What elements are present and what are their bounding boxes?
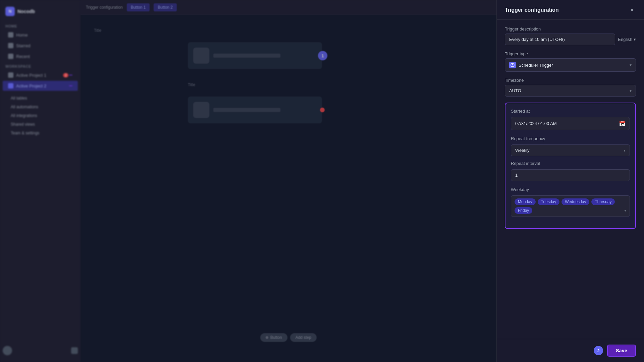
project1-badge: 2 [63,73,68,77]
sidebar-item-recent[interactable]: Recent [3,51,78,61]
canvas-card-1: 1 [188,42,322,69]
close-button[interactable]: × [628,6,636,14]
trigger-description-group: Trigger description Every day at 10 am (… [505,26,636,45]
panel-footer: 2 Save [497,339,644,362]
card1-text [213,54,280,58]
weekday-chevron-icon: ▾ [624,208,626,213]
star-icon [8,43,13,48]
panel-header: Trigger configuration × [497,0,644,20]
topbar-btn1[interactable]: Button 1 [127,3,150,11]
step-badge: 2 [594,346,603,355]
trigger-type-chevron-icon: ▾ [630,63,632,67]
sidebar-item-home[interactable]: Home [3,30,78,40]
language-select[interactable]: English ▾ [618,37,636,42]
sidebar-item-integrations[interactable]: All integrations [0,111,80,120]
timezone-label: Timezone [505,78,636,83]
card2-icon [193,102,209,118]
timezone-select[interactable]: AUTO ▾ [505,85,636,97]
node1-badge: 1 [318,51,327,60]
scheduler-icon [509,62,516,68]
node2-label: Title [188,82,483,87]
canvas-btn2-label: Add step [296,335,311,340]
trigger-type-value: Scheduler Trigger [519,63,553,68]
timezone-value: AUTO [509,88,521,93]
trigger-description-label: Trigger description [505,26,636,32]
language-chevron-icon: ▾ [634,37,636,42]
sidebar: N Nocodb HOME Home Starred Recent WORKSP… [0,0,80,362]
node1-label: Title [94,28,483,33]
repeat-interval-label: Repeat interval [511,161,630,166]
trigger-description-input[interactable]: Every day at 10 am (UTC+8) [505,34,615,45]
sidebar-item-all-tables[interactable]: All tables [0,94,80,103]
trigger-description-value: Every day at 10 am (UTC+8) [509,37,565,42]
panel-body: Trigger description Every day at 10 am (… [497,20,644,339]
weekday-tag-monday: Monday [515,198,536,205]
trigger-type-group: Trigger type Scheduler Trigger ▾ [505,51,636,72]
app-name: Nocodb [17,9,35,14]
sidebar-header: N Nocodb [0,4,80,19]
project1-icon [8,72,13,78]
sidebar-item-shared-views[interactable]: Shared views [0,120,80,129]
save-button[interactable]: Save [607,345,636,357]
canvas-area: Title 1 Title [80,15,496,137]
sidebar-section-workspace: WORKSPACE [0,62,80,70]
clock-icon [8,54,13,59]
sidebar-item-project2[interactable]: Active Project 2 [3,81,78,91]
trigger-type-inner: Scheduler Trigger [509,62,553,68]
started-at-label: Started at [511,109,630,114]
node2-dot [320,108,325,112]
card1-icon [193,48,209,64]
sidebar-nav-group: All tables All automations All integrati… [0,94,80,137]
timezone-chevron-icon: ▾ [630,88,632,93]
weekday-group: Weekday Monday Tuesday Wednesday Thursda… [511,187,630,217]
panel-title: Trigger configuration [505,7,559,13]
sidebar-item-starred[interactable]: Starred [3,41,78,51]
btn1-dot [266,336,268,339]
canvas-btn2[interactable]: Add step [290,333,317,342]
started-at-input[interactable]: 07/31/2024 01:00 AM 📅 [511,117,630,130]
canvas-bottom-bar: Button Add step [260,333,317,342]
weekday-select[interactable]: Monday Tuesday Wednesday Thursday Friday… [511,195,630,217]
main-content: Trigger configuration Button 1 Button 2 … [80,0,496,362]
right-panel: Trigger configuration × Trigger descript… [496,0,644,362]
calendar-icon: 📅 [619,120,626,127]
weekday-tag-tuesday: Tuesday [538,198,560,205]
topbar-btn2[interactable]: Button 2 [154,3,177,11]
repeat-interval-input[interactable]: 1 [511,169,630,181]
repeat-frequency-label: Repeat frequency [511,136,630,141]
project2-badge [69,85,72,86]
weekday-tag-thursday: Thursday [591,198,615,205]
canvas-btn1-label: Button [270,335,282,340]
sidebar-item-automations[interactable]: All automations [0,103,80,111]
canvas-card-2 [188,97,322,123]
user-avatar [3,346,12,355]
sidebar-item-team-settings[interactable]: Team & settings [0,129,80,137]
started-at-section: Started at 07/31/2024 01:00 AM 📅 Repeat … [505,103,636,229]
sidebar-settings-icon[interactable] [71,347,78,354]
repeat-frequency-group: Repeat frequency Weekly ▾ [511,136,630,156]
repeat-interval-value: 1 [515,173,518,178]
repeat-frequency-value: Weekly [515,148,529,153]
sidebar-section-home: HOME [0,21,80,29]
sidebar-item-project1[interactable]: Active Project 1 2 [3,70,78,80]
repeat-frequency-chevron-icon: ▾ [624,148,626,153]
repeat-frequency-select[interactable]: Weekly ▾ [511,144,630,156]
timezone-group: Timezone AUTO ▾ [505,78,636,97]
canvas-btn1[interactable]: Button [260,333,287,342]
language-label: English [618,37,632,42]
repeat-interval-group: Repeat interval 1 [511,161,630,181]
app-logo: N [5,7,15,16]
project1-badge2 [69,75,72,75]
main-topbar: Trigger configuration Button 1 Button 2 [80,0,496,15]
trigger-description-row: Every day at 10 am (UTC+8) English ▾ [505,34,636,45]
sidebar-bottom [0,343,80,358]
card2-text [213,108,280,112]
weekday-label: Weekday [511,187,630,192]
trigger-type-label: Trigger type [505,51,636,56]
started-at-group: Started at 07/31/2024 01:00 AM 📅 [511,109,630,130]
weekday-tag-friday: Friday [515,207,532,214]
started-at-value: 07/31/2024 01:00 AM [515,121,557,126]
project2-icon [8,83,13,88]
breadcrumb-label: Trigger configuration [86,5,123,10]
trigger-type-select[interactable]: Scheduler Trigger ▾ [505,58,636,72]
